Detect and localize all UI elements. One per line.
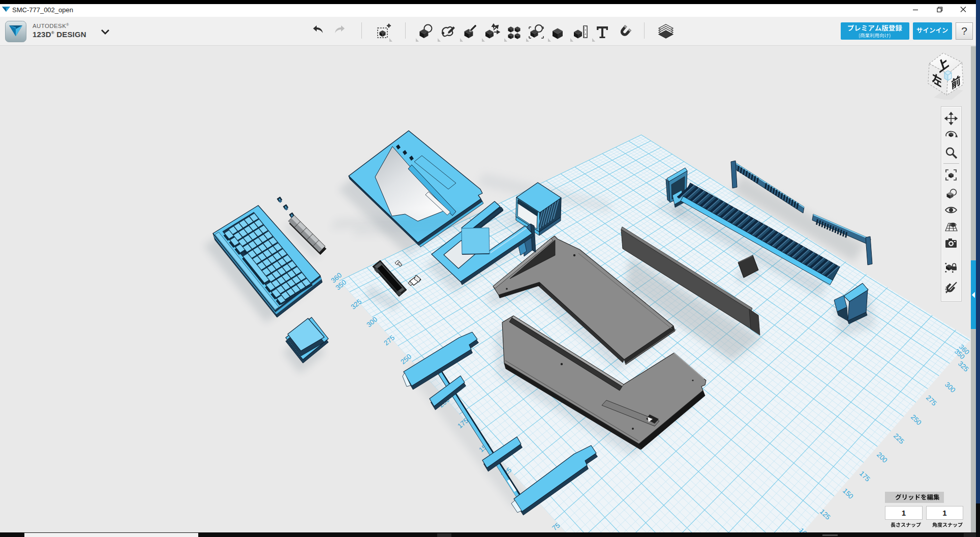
- svg-text:300: 300: [943, 380, 957, 394]
- svg-text:175: 175: [858, 469, 872, 483]
- svg-text:200: 200: [875, 451, 889, 464]
- svg-text:150: 150: [841, 487, 855, 500]
- svg-text:325: 325: [957, 360, 970, 373]
- svg-text:275: 275: [925, 394, 938, 407]
- svg-text:225: 225: [892, 432, 906, 445]
- svg-text:250: 250: [909, 413, 923, 426]
